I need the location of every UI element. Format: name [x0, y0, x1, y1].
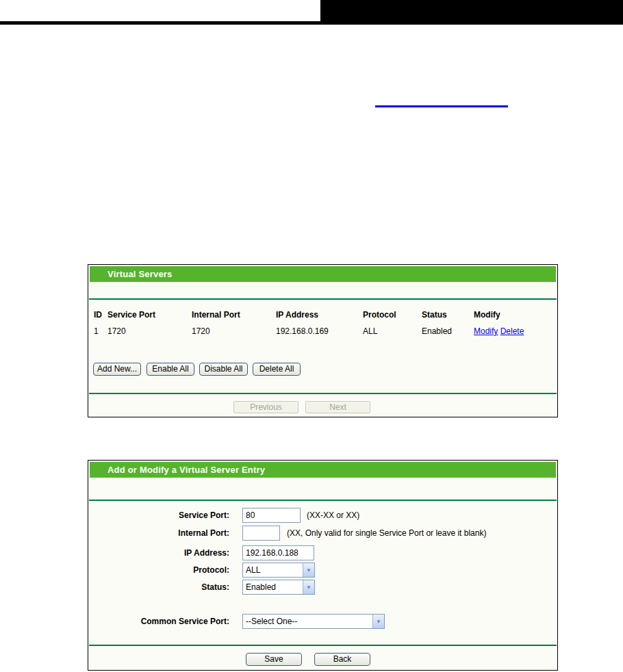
service-port-label: Service Port:	[88, 511, 229, 520]
next-button[interactable]: Next	[305, 401, 370, 413]
row-id: 1	[94, 326, 99, 336]
ip-address-input[interactable]	[242, 545, 314, 560]
previous-button[interactable]: Previous	[233, 401, 298, 413]
header-black-block	[320, 0, 623, 21]
virtual-servers-panel: Virtual Servers ID Service Port Internal…	[88, 264, 558, 417]
col-id: ID	[94, 310, 102, 320]
col-modify: Modify	[474, 310, 500, 320]
internal-port-hint: (XX, Only valid for single Service Port …	[287, 528, 486, 538]
chevron-down-icon: ▼	[303, 580, 314, 594]
protocol-label: Protocol:	[88, 565, 229, 575]
divider	[89, 645, 557, 646]
document-page: Virtual Servers ID Service Port Internal…	[0, 0, 623, 672]
disable-all-button[interactable]: Disable All	[199, 363, 248, 376]
delete-all-button[interactable]: Delete All	[253, 363, 301, 376]
common-service-port-select-value: --Select One--	[243, 617, 372, 626]
row-protocol: ALL	[363, 326, 377, 336]
save-button[interactable]: Save	[246, 653, 302, 666]
panel-title: Add or Modify a Virtual Server Entry	[107, 465, 265, 475]
ip-address-label: IP Address:	[88, 548, 229, 558]
row-status: Enabled	[422, 326, 452, 336]
col-status: Status	[422, 310, 447, 320]
col-service-port: Service Port	[107, 310, 155, 320]
col-ip-address: IP Address	[276, 310, 318, 320]
protocol-select[interactable]: ALL ▼	[242, 563, 315, 578]
table-row: 1 1720 1720 192.168.0.169 ALL Enabled Mo…	[88, 326, 557, 336]
virtual-servers-title-bar: Virtual Servers	[90, 266, 556, 282]
divider	[89, 393, 557, 394]
header-rule	[0, 21, 623, 25]
internal-port-input[interactable]	[242, 526, 280, 541]
row-ip-address: 192.168.0.169	[276, 326, 329, 336]
chevron-down-icon: ▼	[372, 615, 384, 628]
back-button[interactable]: Back	[314, 653, 370, 666]
col-internal-port: Internal Port	[192, 310, 240, 320]
enable-all-button[interactable]: Enable All	[147, 363, 194, 376]
add-entry-title-bar: Add or Modify a Virtual Server Entry	[90, 462, 556, 478]
row-actions: Modify Delete	[474, 326, 524, 336]
delete-link[interactable]: Delete	[500, 326, 524, 336]
col-protocol: Protocol	[363, 310, 396, 320]
row-internal-port: 1720	[192, 326, 210, 336]
status-label: Status:	[88, 582, 229, 592]
modify-link[interactable]: Modify	[474, 326, 498, 336]
internal-port-label: Internal Port:	[88, 528, 229, 538]
hyperlink-underline[interactable]	[375, 105, 508, 107]
add-new-button[interactable]: Add New...	[93, 363, 141, 376]
row-service-port: 1720	[107, 326, 126, 336]
table-header-row: ID Service Port Internal Port IP Address…	[88, 310, 557, 320]
protocol-select-value: ALL	[243, 565, 303, 575]
panel-title: Virtual Servers	[107, 269, 173, 279]
status-select-value: Enabled	[243, 582, 303, 592]
common-service-port-label: Common Service Port:	[88, 617, 229, 626]
divider	[89, 298, 557, 300]
add-virtual-server-panel: Add or Modify a Virtual Server Entry Ser…	[88, 460, 558, 671]
common-service-port-select[interactable]: --Select One-- ▼	[242, 614, 385, 629]
chevron-down-icon: ▼	[303, 563, 314, 577]
status-select[interactable]: Enabled ▼	[242, 580, 315, 595]
service-port-input[interactable]	[242, 508, 301, 523]
divider	[89, 500, 557, 501]
service-port-hint: (XX-XX or XX)	[307, 511, 359, 520]
